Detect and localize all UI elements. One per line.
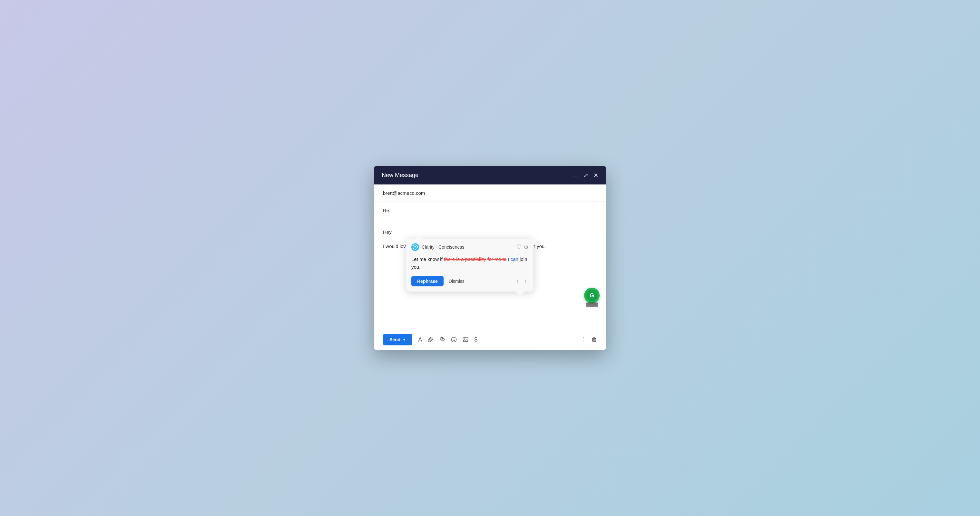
- grammarly-suggestion-popup: Clarity - Conciseness ⓘ ⚙ Let me know if…: [406, 239, 533, 291]
- popup-tail: [515, 291, 525, 296]
- send-button[interactable]: Send ▼: [383, 334, 412, 346]
- keyboard-indicator: [586, 303, 598, 307]
- send-label: Send: [390, 337, 400, 342]
- replacement-text: I can: [508, 256, 519, 262]
- prev-suggestion-button[interactable]: ‹: [514, 277, 520, 285]
- strikethrough-text-1: there is a possibility: [444, 256, 486, 262]
- rephrase-button[interactable]: Rephrase: [411, 276, 444, 287]
- insert-link-icon[interactable]: [439, 337, 445, 342]
- next-suggestion-button[interactable]: ›: [523, 277, 528, 285]
- maximize-button[interactable]: ⤢: [584, 172, 588, 178]
- svg-point-1: [452, 337, 457, 342]
- subject-value: Re:: [383, 208, 390, 213]
- info-icon[interactable]: ⓘ: [517, 244, 521, 250]
- suggestion-content: Let me know if there is a possibility fo…: [406, 254, 533, 276]
- insert-image-icon[interactable]: [463, 337, 468, 342]
- toolbar-right-actions: ⋮: [580, 336, 597, 343]
- send-dropdown-arrow: ▼: [402, 338, 406, 342]
- svg-point-3: [455, 339, 455, 339]
- attach-file-icon[interactable]: [428, 337, 434, 342]
- dismiss-button[interactable]: Dismiss: [449, 279, 465, 284]
- to-value: brett@acmeco.com: [383, 190, 425, 196]
- svg-rect-6: [592, 338, 596, 342]
- insert-money-icon[interactable]: $: [474, 336, 477, 343]
- grammarly-mini-icon: [411, 243, 419, 251]
- email-content-area[interactable]: Hey, I would love to attend. Let me know…: [374, 219, 606, 329]
- popup-actions: Rephrase Dismiss ‹ ›: [406, 276, 533, 291]
- format-text-icon[interactable]: A: [418, 336, 422, 343]
- settings-icon[interactable]: ⚙: [524, 244, 528, 250]
- insert-emoji-icon[interactable]: [451, 337, 457, 342]
- svg-point-2: [453, 339, 453, 339]
- minimize-button[interactable]: —: [573, 172, 578, 178]
- strikethrough-text-2: for me to: [487, 256, 506, 262]
- compose-toolbar: Send ▼ A: [374, 329, 606, 350]
- suggestion-navigation: ‹ ›: [514, 277, 528, 285]
- suggestion-category: Clarity - Conciseness: [422, 244, 513, 250]
- window-controls: — ⤢ ✕: [573, 172, 598, 178]
- subject-field[interactable]: Re:: [374, 202, 606, 219]
- title-bar: New Message — ⤢ ✕: [374, 166, 606, 185]
- email-compose-window: New Message — ⤢ ✕ brett@acmeco.com Re: H…: [374, 166, 606, 350]
- to-field[interactable]: brett@acmeco.com: [374, 185, 606, 202]
- popup-header: Clarity - Conciseness ⓘ ⚙: [406, 239, 533, 254]
- svg-rect-4: [463, 338, 468, 342]
- suggestion-prefix: Let me know if: [411, 256, 444, 262]
- svg-point-0: [413, 245, 417, 249]
- window-title: New Message: [382, 172, 418, 179]
- grammarly-logo: G: [586, 290, 598, 301]
- more-options-icon[interactable]: ⋮: [580, 336, 586, 343]
- grammarly-floating-button[interactable]: G: [584, 288, 600, 303]
- delete-icon[interactable]: [591, 337, 597, 342]
- close-button[interactable]: ✕: [593, 172, 598, 178]
